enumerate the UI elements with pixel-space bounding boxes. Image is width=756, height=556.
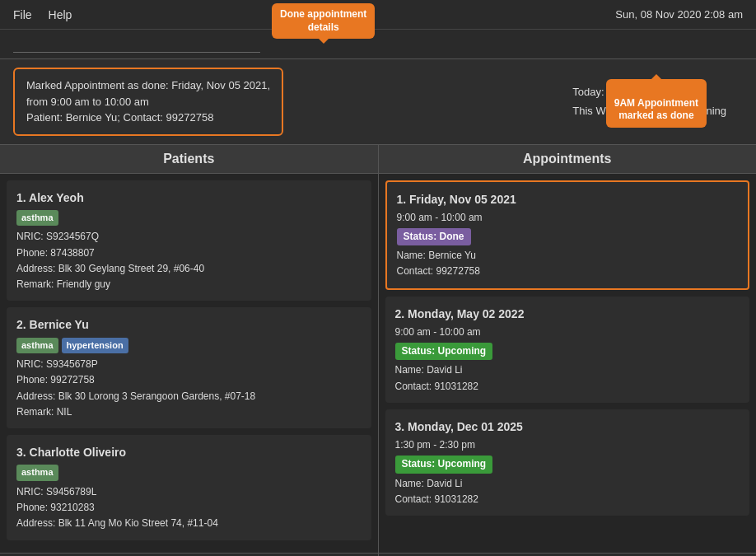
appt-contact-2: Contact: 91031282 <box>395 379 740 395</box>
appt-card-1[interactable]: 1. Friday, Nov 05 2021 9:00 am - 10:00 a… <box>385 180 750 290</box>
patient-address-1: Address: Blk 30 Geylang Street 29, #06-4… <box>16 261 362 277</box>
notification-line3: Patient: Bernice Yu; Contact: 99272758 <box>26 110 270 126</box>
tag-asthma-2: asthma <box>16 338 58 354</box>
patient-nric-1: NRIC: S9234567Q <box>16 229 362 245</box>
help-menu[interactable]: Help <box>49 8 72 21</box>
appointments-panel-header: Appointments <box>379 145 757 174</box>
patients-panel: Patients 1. Alex Yeoh asthma NRIC: S9234… <box>0 145 379 553</box>
notification-box: Marked Appointment as done: Friday, Nov … <box>13 68 283 136</box>
done-appointment-tooltip: Done appointment details <box>272 3 375 39</box>
appointments-panel-content[interactable]: 1. Friday, Nov 05 2021 9:00 am - 10:00 a… <box>379 174 757 553</box>
marked-done-tooltip: 9AM Appointment marked as done <box>606 79 707 128</box>
appointments-panel: Appointments 1. Friday, Nov 05 2021 9:00… <box>379 145 757 553</box>
tag-asthma-3: asthma <box>16 465 58 481</box>
menu-items: File Help <box>13 8 72 21</box>
appt-title-3: 3. Monday, Dec 01 2025 <box>395 418 740 436</box>
appt-name-1: Name: Bernice Yu <box>397 248 739 264</box>
patient-phone-2: Phone: 99272758 <box>16 372 362 388</box>
appt-time-1: 9:00 am - 10:00 am <box>397 210 739 226</box>
patient-nric-2: NRIC: S9345678P <box>16 357 362 372</box>
patient-tags-3: asthma <box>16 465 362 481</box>
patient-tags-1: asthma <box>16 210 362 227</box>
appt-time-2: 9:00 am - 10:00 am <box>395 325 740 340</box>
appt-status-1: Status: Done <box>397 228 471 245</box>
patient-name-1: 1. Alex Yeoh <box>16 189 362 207</box>
tag-asthma-1: asthma <box>16 210 58 227</box>
patient-address-3: Address: Blk 11 Ang Mo Kio Street 74, #1… <box>16 516 362 531</box>
appt-status-2: Status: Upcoming <box>395 343 493 360</box>
appt-title-1: 1. Friday, Nov 05 2021 <box>397 190 739 208</box>
appt-contact-1: Contact: 99272758 <box>397 264 739 279</box>
menu-bar: File Help Sun, 08 Nov 2020 2:08 am <box>0 0 756 30</box>
patient-name-3: 3. Charlotte Oliveiro <box>16 443 362 461</box>
appointments-file-path: ./data/appointment.json <box>379 554 757 557</box>
patient-address-2: Address: Blk 30 Lorong 3 Serangoon Garde… <box>16 389 362 404</box>
appt-name-2: Name: David Li <box>395 362 740 378</box>
tag-hypertension-2: hypertension <box>62 338 128 354</box>
appt-card-2[interactable]: 2. Monday, May 02 2022 9:00 am - 10:00 a… <box>385 297 750 403</box>
patient-tags-2: asthma hypertension <box>16 338 362 354</box>
notification-line1: Marked Appointment as done: Friday, Nov … <box>26 77 270 94</box>
appt-time-3: 1:30 pm - 2:30 pm <box>395 437 740 453</box>
main-content: Patients 1. Alex Yeoh asthma NRIC: S9234… <box>0 145 756 553</box>
search-bar <box>0 30 756 59</box>
patient-name-2: 2. Bernice Yu <box>16 315 362 334</box>
search-input[interactable] <box>13 35 260 53</box>
appt-status-3: Status: Upcoming <box>395 456 493 473</box>
patient-phone-3: Phone: 93210283 <box>16 500 362 516</box>
appt-card-3[interactable]: 3. Monday, Dec 01 2025 1:30 pm - 2:30 pm… <box>385 409 750 516</box>
patient-remark-2: Remark: NIL <box>16 404 362 420</box>
appt-contact-3: Contact: 91031282 <box>395 492 740 507</box>
patient-nric-3: NRIC: S9456789L <box>16 484 362 500</box>
patient-phone-1: Phone: 87438807 <box>16 245 362 261</box>
notification-area: Marked Appointment as done: Friday, Nov … <box>0 59 756 145</box>
patient-remark-1: Remark: Friendly guy <box>16 277 362 292</box>
status-bar: ./data/patientbook.json ./data/appointme… <box>0 553 756 557</box>
patients-panel-header: Patients <box>0 145 378 174</box>
appt-title-2: 2. Monday, May 02 2022 <box>395 305 740 323</box>
appt-name-3: Name: David Li <box>395 476 740 492</box>
patient-card-2[interactable]: 2. Bernice Yu asthma hypertension NRIC: … <box>7 307 371 428</box>
patient-card-1[interactable]: 1. Alex Yeoh asthma NRIC: S9234567Q Phon… <box>7 180 371 301</box>
patient-card-3[interactable]: 3. Charlotte Oliveiro asthma NRIC: S9456… <box>7 435 371 540</box>
patients-file-path: ./data/patientbook.json <box>0 554 379 557</box>
notification-line2: from 9:00 am to 10:00 am <box>26 94 270 110</box>
patients-panel-content[interactable]: 1. Alex Yeoh asthma NRIC: S9234567Q Phon… <box>0 174 378 553</box>
datetime-display: Sun, 08 Nov 2020 2:08 am <box>615 8 743 21</box>
file-menu[interactable]: File <box>13 8 32 21</box>
